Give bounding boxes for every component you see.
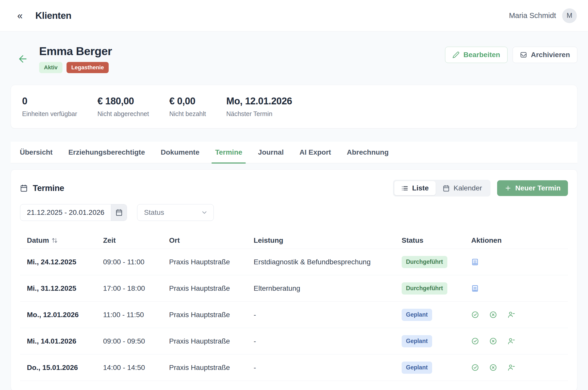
column-header-label: Aktionen bbox=[471, 236, 502, 245]
appointments-table: Datum Zeit Ort Leistung Status Aktionen … bbox=[20, 232, 568, 381]
table-row: Mi., 24.12.2025 09:00 - 11:00 Praxis Hau… bbox=[20, 249, 568, 275]
cell-time: 11:00 - 11:50 bbox=[103, 311, 169, 319]
calendar-icon bbox=[116, 209, 123, 216]
arrow-left-icon bbox=[17, 53, 28, 64]
main-content: Emma Berger Aktiv Legasthenie Bearbeiten bbox=[0, 45, 588, 390]
table-row: Mi., 31.12.2025 17:00 - 18:00 Praxis Hau… bbox=[20, 275, 568, 302]
status-badge: Geplant bbox=[402, 309, 432, 321]
pencil-icon bbox=[452, 51, 460, 58]
appointments-card: Termine Liste bbox=[11, 169, 577, 390]
mark-done-button[interactable] bbox=[471, 337, 479, 345]
stat-value: € 0,00 bbox=[169, 96, 206, 107]
table-body: Mi., 24.12.2025 09:00 - 11:00 Praxis Hau… bbox=[20, 249, 568, 381]
table-row: Do., 15.01.2026 14:00 - 14:50 Praxis Hau… bbox=[20, 354, 568, 381]
cell-date: Mi., 14.01.2026 bbox=[27, 337, 103, 345]
edit-button[interactable]: Bearbeiten bbox=[445, 47, 508, 63]
journal-button[interactable] bbox=[471, 258, 479, 266]
circle-check-icon bbox=[471, 364, 479, 371]
date-range-picker[interactable]: 21.12.2025 - 20.01.2026 bbox=[20, 204, 127, 221]
diagnosis-badge: Legasthenie bbox=[67, 62, 109, 73]
mark-absent-button[interactable] bbox=[507, 364, 515, 371]
view-toggle-calendar-label: Kalender bbox=[453, 184, 482, 192]
tab--bersicht[interactable]: Übersicht bbox=[20, 142, 53, 163]
cancel-button[interactable] bbox=[489, 364, 497, 371]
plus-icon bbox=[504, 185, 512, 192]
mark-done-button[interactable] bbox=[471, 364, 479, 371]
mark-absent-button[interactable] bbox=[507, 337, 515, 345]
status-filter-placeholder: Status bbox=[144, 208, 164, 217]
cell-time: 14:00 - 14:50 bbox=[103, 364, 169, 372]
tab-ai-export[interactable]: AI Export bbox=[299, 142, 331, 163]
journal-icon bbox=[471, 258, 479, 266]
cell-status: Durchgeführt bbox=[402, 256, 471, 268]
avatar[interactable]: M bbox=[562, 8, 577, 23]
new-appointment-label: Neuer Termin bbox=[515, 184, 561, 192]
cancel-button[interactable] bbox=[489, 337, 497, 345]
calendar-icon bbox=[443, 185, 450, 192]
cell-service: - bbox=[254, 311, 402, 319]
circle-x-icon bbox=[489, 364, 497, 371]
column-header-label: Leistung bbox=[254, 236, 283, 245]
column-header-label: Ort bbox=[169, 236, 180, 245]
tab-abrechnung[interactable]: Abrechnung bbox=[347, 142, 389, 163]
client-badges: Aktiv Legasthenie bbox=[39, 62, 112, 73]
new-appointment-button[interactable]: Neuer Termin bbox=[497, 180, 568, 196]
status-badge: Durchgeführt bbox=[402, 282, 447, 295]
client-info: Emma Berger Aktiv Legasthenie bbox=[39, 45, 112, 73]
cell-status: Geplant bbox=[402, 362, 471, 374]
list-icon bbox=[401, 185, 408, 192]
stat-item: 0 Einheiten verfügbar bbox=[22, 96, 77, 118]
filters: 21.12.2025 - 20.01.2026 Status bbox=[20, 204, 568, 221]
view-toggle-calendar[interactable]: Kalender bbox=[436, 181, 489, 195]
page-title: Klienten bbox=[35, 10, 71, 21]
column-header-ort: Ort bbox=[169, 236, 254, 245]
mark-absent-button[interactable] bbox=[507, 311, 515, 319]
tab-termine[interactable]: Termine bbox=[215, 142, 242, 163]
header-right: Maria Schmidt M bbox=[509, 8, 577, 23]
archive-button-label: Archivieren bbox=[531, 51, 570, 59]
user-minus-icon bbox=[507, 337, 515, 345]
client-actions: Bearbeiten Archivieren bbox=[445, 47, 577, 63]
journal-icon bbox=[471, 285, 479, 292]
column-header-aktionen: Aktionen bbox=[471, 236, 568, 245]
tab-journal[interactable]: Journal bbox=[258, 142, 284, 163]
cell-date: Mi., 31.12.2025 bbox=[27, 284, 103, 292]
cell-status: Durchgeführt bbox=[402, 282, 471, 295]
tab-erziehungsberechtigte[interactable]: Erziehungsberechtigte bbox=[68, 142, 145, 163]
view-toggle: Liste Kalender bbox=[393, 180, 490, 197]
cell-status: Geplant bbox=[402, 309, 471, 321]
back-button[interactable] bbox=[17, 53, 28, 64]
sidebar-collapse-button[interactable]: « bbox=[16, 11, 24, 21]
archive-button[interactable]: Archivieren bbox=[513, 47, 577, 63]
stat-item: Mo, 12.01.2026 Nächster Termin bbox=[226, 96, 292, 118]
cell-actions bbox=[471, 285, 568, 292]
cell-location: Praxis Hauptstraße bbox=[169, 258, 254, 266]
column-header-status: Status bbox=[402, 236, 471, 245]
cancel-button[interactable] bbox=[489, 311, 497, 319]
stat-label: Einheiten verfügbar bbox=[22, 110, 77, 118]
column-header-datum[interactable]: Datum bbox=[27, 236, 103, 245]
tab-dokumente[interactable]: Dokumente bbox=[161, 142, 199, 163]
date-range-calendar-button[interactable] bbox=[111, 204, 127, 221]
journal-button[interactable] bbox=[471, 285, 479, 292]
mark-done-button[interactable] bbox=[471, 311, 479, 319]
stat-value: 0 bbox=[22, 96, 77, 107]
user-name: Maria Schmidt bbox=[509, 11, 556, 20]
sort-icon[interactable] bbox=[52, 237, 58, 243]
table-row: Mi., 14.01.2026 09:00 - 09:50 Praxis Hau… bbox=[20, 328, 568, 354]
stat-label: Nächster Termin bbox=[226, 110, 292, 118]
column-header-label: Datum bbox=[27, 236, 49, 245]
cell-date: Mi., 24.12.2025 bbox=[27, 258, 103, 266]
tabs: ÜbersichtErziehungsberechtigteDokumenteT… bbox=[11, 142, 577, 163]
view-toggle-list-label: Liste bbox=[412, 184, 429, 192]
cell-date: Do., 15.01.2026 bbox=[27, 364, 103, 372]
cell-time: 09:00 - 09:50 bbox=[103, 337, 169, 345]
section-title: Termine bbox=[33, 183, 64, 193]
user-minus-icon bbox=[507, 364, 515, 371]
cell-actions bbox=[471, 337, 568, 345]
client-name: Emma Berger bbox=[39, 45, 112, 58]
status-filter[interactable]: Status bbox=[137, 204, 214, 221]
date-range-value: 21.12.2025 - 20.01.2026 bbox=[20, 204, 111, 221]
stat-value: Mo, 12.01.2026 bbox=[226, 96, 292, 107]
view-toggle-list[interactable]: Liste bbox=[394, 181, 436, 195]
